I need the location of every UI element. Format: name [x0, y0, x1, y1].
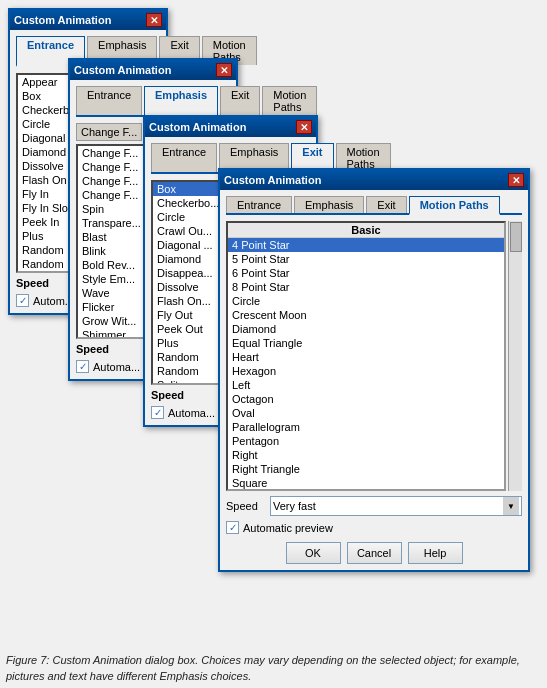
list-item-5pt-star[interactable]: 5 Point Star: [228, 252, 504, 266]
list-item-diamond[interactable]: Diamond: [228, 322, 504, 336]
dialog-4-buttons: OK Cancel Help: [226, 542, 522, 564]
auto-preview-label-4: Automatic preview: [243, 522, 333, 534]
list-item-crescent[interactable]: Crescent Moon: [228, 308, 504, 322]
figure-caption: Figure 7: Custom Animation dialog box. C…: [0, 649, 547, 688]
auto-preview-label-3: Automa...: [168, 407, 215, 419]
tab-exit-2[interactable]: Exit: [220, 86, 260, 115]
tab-entrance-4[interactable]: Entrance: [226, 196, 292, 213]
list-item-right-triangle[interactable]: Right Triangle: [228, 462, 504, 476]
change-button[interactable]: Change F...: [76, 123, 142, 141]
dialog-2-titlebar: Custom Animation ✕: [70, 60, 236, 80]
tab-entrance-3[interactable]: Entrance: [151, 143, 217, 172]
dropdown-arrow-icon[interactable]: ▼: [503, 497, 519, 515]
dialog-1-title: Custom Animation: [14, 14, 111, 26]
list-item-left[interactable]: Left: [228, 378, 504, 392]
auto-preview-checkbox-3[interactable]: ✓: [151, 406, 164, 419]
dialog-3-close[interactable]: ✕: [296, 120, 312, 134]
dialog-2-close[interactable]: ✕: [216, 63, 232, 77]
auto-preview-checkbox-4[interactable]: ✓: [226, 521, 239, 534]
tab-emphasis-4[interactable]: Emphasis: [294, 196, 364, 213]
list-scroll-area: Basic 4 Point Star 5 Point Star 6 Point …: [226, 221, 522, 491]
list-item-octagon[interactable]: Octagon: [228, 392, 504, 406]
tab-emphasis-2[interactable]: Emphasis: [144, 86, 218, 117]
list-item-right[interactable]: Right: [228, 448, 504, 462]
list-item-circle[interactable]: Circle: [228, 294, 504, 308]
list-item-oval[interactable]: Oval: [228, 406, 504, 420]
dialog-4-title: Custom Animation: [224, 174, 321, 186]
speed-label: Speed: [226, 500, 266, 512]
dialog-4-titlebar: Custom Animation ✕: [220, 170, 528, 190]
list-item-heart[interactable]: Heart: [228, 350, 504, 364]
speed-value: Very fast: [273, 500, 503, 512]
dialog-4-tabs: Entrance Emphasis Exit Motion Paths: [226, 196, 522, 215]
list-section-header: Basic: [228, 223, 504, 238]
dialog-2-tabs: Entrance Emphasis Exit Motion Paths: [76, 86, 230, 117]
scrollbar-thumb[interactable]: [510, 222, 522, 252]
dialog-4-close[interactable]: ✕: [508, 173, 524, 187]
dialog-3-titlebar: Custom Animation ✕: [145, 117, 316, 137]
list-item-4pt-star[interactable]: 4 Point Star: [228, 238, 504, 252]
dialog-motionpaths[interactable]: Custom Animation ✕ Entrance Emphasis Exi…: [218, 168, 530, 572]
ok-button[interactable]: OK: [286, 542, 341, 564]
tab-motionpaths-2[interactable]: Motion Paths: [262, 86, 317, 115]
dialog-1-close[interactable]: ✕: [146, 13, 162, 27]
auto-preview-label-2: Automa...: [93, 361, 140, 373]
tab-entrance-2[interactable]: Entrance: [76, 86, 142, 115]
speed-row: Speed Very fast ▼: [226, 496, 522, 516]
tab-motionpaths-4[interactable]: Motion Paths: [409, 196, 500, 215]
list-motionpaths[interactable]: Basic 4 Point Star 5 Point Star 6 Point …: [226, 221, 506, 491]
auto-preview-checkbox-2[interactable]: ✓: [76, 360, 89, 373]
list-item-square[interactable]: Square: [228, 476, 504, 490]
cancel-button[interactable]: Cancel: [347, 542, 402, 564]
dialog-1-titlebar: Custom Animation ✕: [10, 10, 166, 30]
list-item-parallelogram[interactable]: Parallelogram: [228, 420, 504, 434]
list-item-eq-triangle[interactable]: Equal Triangle: [228, 336, 504, 350]
list-item-pentagon[interactable]: Pentagon: [228, 434, 504, 448]
dialog-3-title: Custom Animation: [149, 121, 246, 133]
list-item-hexagon[interactable]: Hexagon: [228, 364, 504, 378]
auto-preview-row-4: ✓ Automatic preview: [226, 521, 522, 534]
list-item-8pt-star[interactable]: 8 Point Star: [228, 280, 504, 294]
speed-dropdown[interactable]: Very fast ▼: [270, 496, 522, 516]
dialog-2-title: Custom Animation: [74, 64, 171, 76]
auto-preview-checkbox-1[interactable]: ✓: [16, 294, 29, 307]
help-button[interactable]: Help: [408, 542, 463, 564]
tab-exit-4[interactable]: Exit: [366, 196, 406, 213]
list-item-6pt-star[interactable]: 6 Point Star: [228, 266, 504, 280]
scrollbar-vertical[interactable]: [508, 221, 522, 491]
